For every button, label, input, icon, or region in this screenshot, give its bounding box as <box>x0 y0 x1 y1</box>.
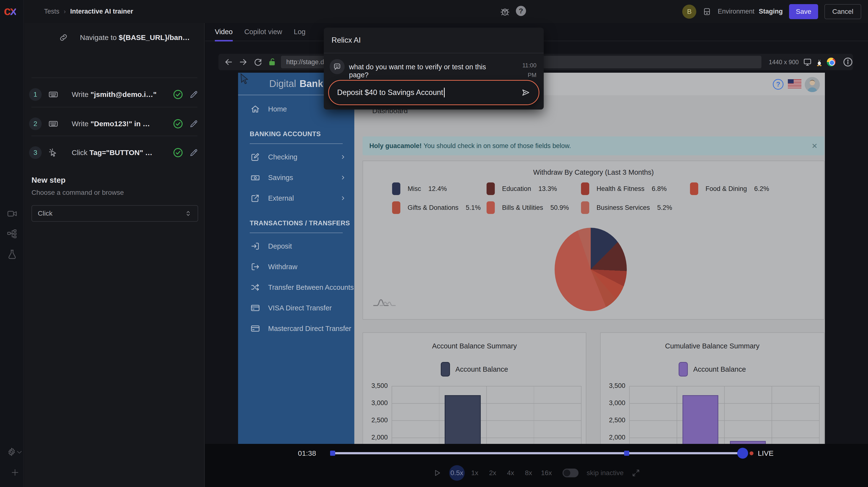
speed-16x[interactable]: 16x <box>538 465 554 481</box>
cancel-button[interactable]: Cancel <box>825 4 861 19</box>
legend-swatch <box>392 182 400 195</box>
back-icon[interactable] <box>224 58 233 66</box>
gridline <box>629 386 630 444</box>
tab-log[interactable]: Log <box>294 23 305 41</box>
alert-close-icon[interactable]: ✕ <box>812 142 817 150</box>
legend-item[interactable]: Business Services5.2% <box>581 201 690 214</box>
us-flag-icon[interactable] <box>788 79 801 88</box>
gear-icon[interactable] <box>7 447 17 457</box>
test-step-row[interactable]: 1Write "jsmith@demo.i…" <box>25 86 204 103</box>
test-step-row[interactable]: 2Write "Demo123!" in … <box>25 115 204 132</box>
linux-penguin-icon <box>815 57 824 67</box>
legend-value: 5.1% <box>466 204 481 212</box>
bar-3230 <box>682 395 719 444</box>
legend-label: Food & Dining <box>706 185 747 193</box>
y-axis-tick: 2,500 <box>361 417 388 424</box>
sparkline-icon[interactable] <box>373 297 396 307</box>
sidebar-item-label: Checking <box>268 153 298 161</box>
user-avatar[interactable]: B <box>682 5 696 19</box>
speed-4x[interactable]: 4x <box>503 465 518 481</box>
edit-pencil-icon[interactable] <box>189 90 198 99</box>
sidebar-item-mastercard-direct-transfer[interactable]: Mastercard Direct Transfer <box>238 322 354 335</box>
shuffle-icon <box>251 283 260 292</box>
flask-icon[interactable] <box>7 249 18 260</box>
mouse-cursor-icon <box>240 73 251 85</box>
sidebar-item-savings[interactable]: Savings <box>238 171 354 184</box>
navigate-step-prefix: Navigate to <box>80 33 117 41</box>
sidebar-item-label: Deposit <box>268 242 292 250</box>
reload-icon[interactable] <box>253 58 262 66</box>
tab-copilot-view[interactable]: Copilot view <box>244 23 282 41</box>
playhead[interactable] <box>737 448 748 459</box>
send-icon[interactable] <box>521 88 530 97</box>
bank-user-avatar[interactable] <box>805 77 820 92</box>
tab-video[interactable]: Video <box>215 23 233 41</box>
speed-0.5x[interactable]: 0.5x <box>449 465 465 481</box>
sidebar-item-withdraw[interactable]: Withdraw <box>238 260 354 274</box>
bar-chart-legend[interactable]: Account Balance <box>363 362 586 376</box>
flow-tree-icon[interactable] <box>7 229 18 239</box>
gridline <box>819 386 819 444</box>
edit-pencil-icon[interactable] <box>189 148 198 157</box>
ai-input-value: Deposit $40 to Savings Account <box>337 88 443 97</box>
money-icon <box>251 173 260 182</box>
plus-icon[interactable] <box>11 468 20 477</box>
lock-open-icon <box>268 58 277 66</box>
save-button[interactable]: Save <box>789 4 818 19</box>
credit-card-icon <box>251 324 260 333</box>
video-camera-icon[interactable] <box>7 208 18 219</box>
ai-dialog-title: Relicx AI <box>332 36 361 44</box>
gridline <box>581 386 582 444</box>
monitor-icon[interactable] <box>803 58 812 66</box>
bug-icon[interactable] <box>499 6 510 17</box>
test-step-row[interactable]: 3Click Tag="BUTTON" … <box>25 144 204 161</box>
chevron-down-icon[interactable] <box>16 449 23 456</box>
help-icon[interactable]: ? <box>516 6 526 16</box>
timeline-track[interactable] <box>331 452 745 454</box>
sidebar-item-checking[interactable]: Checking <box>238 150 354 164</box>
timeline-marker[interactable] <box>330 451 335 456</box>
keyboard-icon <box>49 119 58 129</box>
skip-inactive-toggle[interactable] <box>562 468 578 477</box>
bar-chart-legend[interactable]: Account Balance <box>600 362 824 376</box>
legend-item[interactable]: Gifts & Donations5.1% <box>392 201 487 214</box>
speed-2x[interactable]: 2x <box>485 465 500 481</box>
legend-item[interactable]: Food & Dining6.2% <box>690 182 769 195</box>
pie-chart <box>555 228 627 311</box>
sidebar-item-external[interactable]: External <box>238 191 354 205</box>
viewport-size-label: 1440 x 900 <box>769 59 799 66</box>
divider <box>31 78 197 78</box>
breadcrumb-tests[interactable]: Tests <box>44 8 59 15</box>
play-icon[interactable] <box>433 469 441 477</box>
sidebar-item-transfer-between-accounts[interactable]: Transfer Between Accounts <box>238 280 354 294</box>
sidebar-section-header: BANKING ACCOUNTS <box>250 130 321 138</box>
command-select[interactable]: Click <box>31 205 198 222</box>
fullscreen-icon[interactable] <box>632 469 640 477</box>
pie-chart-title: Withdraw By Category (Last 3 Months) <box>363 169 824 176</box>
navigate-step[interactable]: Navigate to ${BASE_URL}/ban… <box>25 30 204 45</box>
speed-8x[interactable]: 8x <box>521 465 536 481</box>
divider <box>324 53 544 53</box>
command-select-value: Click <box>38 210 53 217</box>
info-icon[interactable] <box>843 57 853 67</box>
legend-value: 6.2% <box>754 185 769 193</box>
app-logo[interactable]: cx <box>4 3 16 18</box>
legend-item[interactable]: Education13.3% <box>487 182 581 195</box>
legend-item[interactable]: Health & Fitness6.8% <box>581 182 690 195</box>
sign-in-icon <box>251 242 260 251</box>
sidebar-item-visa-direct-transfer[interactable]: VISA Direct Transfer <box>238 301 354 315</box>
bank-help-icon[interactable]: ? <box>773 79 783 90</box>
environment-value[interactable]: Staging <box>759 8 783 15</box>
legend-item[interactable]: Misc12.4% <box>392 182 487 195</box>
forward-icon[interactable] <box>239 58 248 66</box>
speed-1x[interactable]: 1x <box>467 465 483 481</box>
legend-value: 13.3% <box>538 185 557 193</box>
navigate-step-target: ${BASE_URL}/ban… <box>119 33 190 41</box>
pencil-square-icon <box>251 152 260 162</box>
ai-prompt-input[interactable]: Deposit $40 to Savings Account <box>328 80 539 105</box>
legend-item[interactable]: Bills & Utilities50.9% <box>487 201 581 214</box>
sidebar-item-deposit[interactable]: Deposit <box>238 239 354 253</box>
pie-legend: Misc12.4%Education13.3%Health & Fitness6… <box>392 182 769 214</box>
timeline-marker[interactable] <box>624 451 629 456</box>
edit-pencil-icon[interactable] <box>189 119 198 128</box>
